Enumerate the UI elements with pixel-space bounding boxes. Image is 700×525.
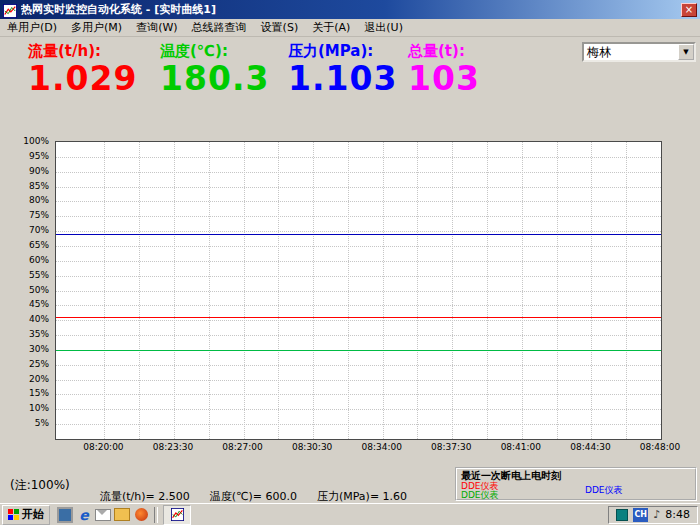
h-gridline <box>56 424 661 425</box>
y-axis-label: 40% <box>5 314 49 324</box>
y-axis-label: 70% <box>5 225 49 235</box>
menu-item-query[interactable]: 查询(W) <box>129 18 184 37</box>
y-axis: 100%95%90%85%80%75%70%65%60%55%50%45%40%… <box>8 141 52 438</box>
flow-value: 1.029 <box>28 59 160 98</box>
y-axis-label: 35% <box>5 329 49 339</box>
v-gridline <box>139 142 140 439</box>
internet-explorer-icon[interactable]: e <box>76 507 92 523</box>
menu-item-about[interactable]: 关于(A) <box>305 18 357 37</box>
v-gridline <box>348 142 349 439</box>
h-gridline <box>56 291 661 292</box>
task-button-monitor-app[interactable] <box>163 505 191 525</box>
v-gridline <box>174 142 175 439</box>
x-axis-label: 08:48:00 <box>640 442 680 452</box>
h-gridline <box>56 394 661 395</box>
h-gridline <box>56 409 661 410</box>
x-axis-label: 08:30:30 <box>292 442 332 452</box>
series-line-1 <box>56 234 661 235</box>
scale-note: (注:100%) <box>10 477 70 494</box>
app-icon <box>3 3 17 17</box>
temperature-value: 180.3 <box>160 59 288 98</box>
y-axis-label: 50% <box>5 285 49 295</box>
title-bar: 热网实时监控自动化系统 - [实时曲线1] × <box>0 0 700 19</box>
main-content: 流量(t/h): 温度(℃): 压力(MPa): 总量(t): 梅林 ▼ 1.0… <box>0 37 700 503</box>
station-select[interactable]: 梅林 ▼ <box>582 42 696 62</box>
series-line-2 <box>56 317 661 318</box>
v-gridline <box>313 142 314 439</box>
h-gridline <box>56 246 661 247</box>
menu-item-settings[interactable]: 设置(S) <box>254 18 306 37</box>
y-axis-label: 100% <box>5 136 49 146</box>
realtime-chart: 100%95%90%85%80%75%70%65%60%55%50%45%40%… <box>8 137 688 467</box>
v-gridline <box>591 142 592 439</box>
volume-icon[interactable]: ♪ <box>653 508 660 522</box>
folder-icon[interactable] <box>114 507 130 523</box>
full-scale-pressure: 压力(MPa)= 1.60 <box>317 489 407 504</box>
full-scale-row: 流量(t/h)= 2.500 温度(℃)= 600.0 压力(MPa)= 1.6… <box>100 489 407 504</box>
v-gridline <box>209 142 210 439</box>
v-gridline <box>244 142 245 439</box>
y-axis-label: 85% <box>5 181 49 191</box>
power-event-panel: 最近一次断电上电时刻 DDE仪表 DDE仪表 DDE仪表 <box>455 467 697 501</box>
v-gridline <box>626 142 627 439</box>
h-gridline <box>56 157 661 158</box>
x-axis-label: 08:37:30 <box>431 442 471 452</box>
h-gridline <box>56 172 661 173</box>
menu-item-single-user[interactable]: 单用户(D) <box>0 18 64 37</box>
y-axis-label: 60% <box>5 255 49 265</box>
window-title: 热网实时监控自动化系统 - [实时曲线1] <box>21 2 681 17</box>
h-gridline <box>56 231 661 232</box>
x-axis-label: 08:44:30 <box>570 442 610 452</box>
station-select-value: 梅林 <box>584 44 678 61</box>
language-indicator[interactable]: CH <box>633 508 648 522</box>
x-axis-label: 08:20:00 <box>83 442 123 452</box>
series-line-3 <box>56 350 661 351</box>
quick-launch-bar: e <box>57 507 149 523</box>
full-scale-flow: 流量(t/h)= 2.500 <box>100 489 190 504</box>
chevron-down-icon[interactable]: ▼ <box>678 44 694 60</box>
menu-item-multi-user[interactable]: 多用户(M) <box>64 18 129 37</box>
h-gridline <box>56 380 661 381</box>
y-axis-label: 90% <box>5 166 49 176</box>
taskbar-separator <box>154 507 158 523</box>
show-desktop-icon[interactable] <box>57 507 73 523</box>
pressure-value: 1.103 <box>288 59 408 98</box>
h-gridline <box>56 365 661 366</box>
y-axis-label: 55% <box>5 270 49 280</box>
total-value: 103 <box>408 59 480 98</box>
windows-flag-icon <box>8 509 19 520</box>
mail-icon[interactable] <box>95 507 111 523</box>
h-gridline <box>56 261 661 262</box>
v-gridline <box>417 142 418 439</box>
plot-area <box>55 141 662 440</box>
menu-item-busline-query[interactable]: 总线路查询 <box>185 18 254 37</box>
taskbar-clock[interactable]: 8:48 <box>665 508 690 521</box>
h-gridline <box>56 320 661 321</box>
h-gridline <box>56 187 661 188</box>
v-gridline <box>487 142 488 439</box>
v-gridline <box>522 142 523 439</box>
close-button[interactable]: × <box>681 3 697 17</box>
menu-bar: 单用户(D) 多用户(M) 查询(W) 总线路查询 设置(S) 关于(A) 退出… <box>0 19 700 37</box>
app-icon <box>171 508 184 521</box>
v-gridline <box>278 142 279 439</box>
media-player-icon[interactable] <box>133 507 149 523</box>
y-axis-label: 15% <box>5 388 49 398</box>
y-axis-label: 45% <box>5 299 49 309</box>
v-gridline <box>104 142 105 439</box>
start-button-label: 开始 <box>22 507 44 522</box>
y-axis-label: 30% <box>5 344 49 354</box>
h-gridline <box>56 276 661 277</box>
h-gridline <box>56 305 661 306</box>
x-axis-label: 08:34:00 <box>361 442 401 452</box>
x-axis-label: 08:27:00 <box>222 442 262 452</box>
x-axis-label: 08:41:00 <box>501 442 541 452</box>
start-button[interactable]: 开始 <box>2 505 50 525</box>
tray-status-icon[interactable] <box>616 509 628 521</box>
taskbar: 开始 e CH ♪ 8:48 <box>0 503 700 525</box>
menu-item-exit[interactable]: 退出(U) <box>357 18 410 37</box>
y-axis-label: 65% <box>5 240 49 250</box>
x-axis-label: 08:23:30 <box>153 442 193 452</box>
readings-values-row: 1.029 180.3 1.103 103 <box>28 59 480 98</box>
y-axis-label: 95% <box>5 151 49 161</box>
